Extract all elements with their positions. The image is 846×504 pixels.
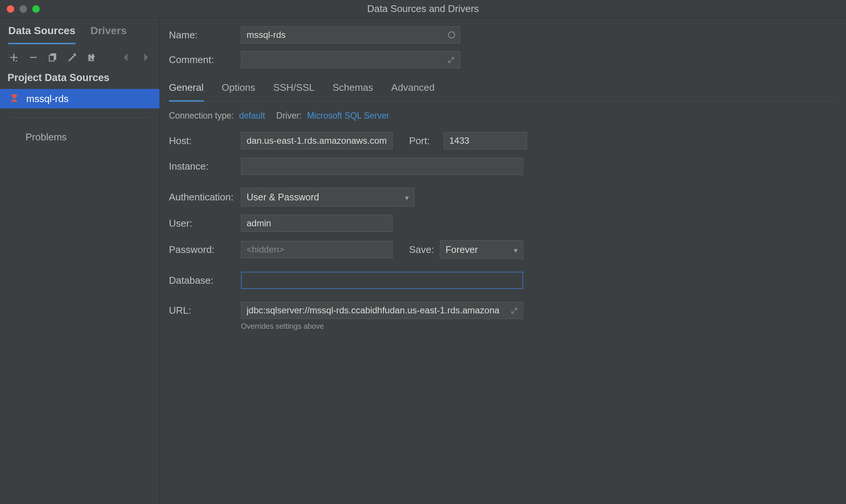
tab-data-sources[interactable]: Data Sources bbox=[8, 25, 75, 44]
database-input[interactable] bbox=[241, 272, 523, 289]
connection-type-label: Connection type: bbox=[169, 111, 234, 120]
svg-rect-1 bbox=[49, 56, 54, 61]
connection-meta: Connection type: default Driver: Microso… bbox=[169, 102, 837, 132]
section-header-project-data-sources: Project Data Sources bbox=[0, 67, 160, 89]
port-label: Port: bbox=[409, 135, 439, 147]
expand-icon[interactable] bbox=[447, 56, 456, 64]
color-picker-icon[interactable] bbox=[447, 31, 456, 39]
authentication-label: Authentication: bbox=[169, 191, 241, 203]
config-tabs: General Options SSH/SSL Schemas Advanced bbox=[169, 78, 837, 102]
sidebar-toolbar bbox=[0, 44, 160, 67]
expand-icon[interactable] bbox=[510, 306, 519, 314]
name-label: Name: bbox=[169, 29, 241, 41]
remove-button[interactable] bbox=[28, 52, 39, 63]
close-window-button[interactable] bbox=[7, 5, 14, 13]
authentication-select[interactable]: User & Password bbox=[241, 188, 414, 206]
make-global-button[interactable] bbox=[86, 52, 98, 63]
problems-label: Problems bbox=[26, 131, 67, 143]
window-controls bbox=[7, 5, 40, 13]
duplicate-button[interactable] bbox=[47, 52, 59, 63]
forward-button[interactable] bbox=[140, 52, 151, 63]
user-input[interactable] bbox=[241, 215, 393, 232]
save-label: Save: bbox=[409, 244, 435, 256]
save-select[interactable]: Forever bbox=[440, 240, 523, 259]
dialog-window: Data Sources and Drivers Data Sources Dr… bbox=[0, 0, 846, 504]
chevron-down-icon bbox=[405, 192, 409, 203]
host-input[interactable] bbox=[241, 132, 393, 149]
comment-input[interactable] bbox=[241, 51, 460, 68]
driver-link[interactable]: Microsoft SQL Server bbox=[307, 111, 389, 120]
data-source-item-label: mssql-rds bbox=[26, 93, 69, 105]
sidebar-item-problems[interactable]: Problems bbox=[0, 127, 160, 147]
tab-schemas[interactable]: Schemas bbox=[333, 78, 373, 102]
titlebar: Data Sources and Drivers bbox=[0, 0, 846, 18]
driver-label: Driver: bbox=[276, 111, 302, 120]
name-input[interactable] bbox=[241, 26, 460, 44]
url-label: URL: bbox=[169, 305, 241, 316]
password-label: Password: bbox=[169, 244, 241, 256]
minimize-window-button[interactable] bbox=[20, 5, 27, 13]
back-button[interactable] bbox=[120, 52, 132, 63]
main-panel: Name: Comment: General bbox=[160, 18, 846, 504]
window-title: Data Sources and Drivers bbox=[367, 3, 479, 15]
tab-drivers[interactable]: Drivers bbox=[90, 25, 127, 44]
connection-type-link[interactable]: default bbox=[239, 111, 265, 120]
dialog-body: Data Sources Drivers bbox=[0, 18, 846, 504]
tab-general[interactable]: General bbox=[169, 78, 204, 102]
url-hint: Overrides settings above bbox=[241, 322, 837, 331]
authentication-value: User & Password bbox=[247, 192, 319, 203]
add-button[interactable] bbox=[8, 52, 20, 63]
zoom-window-button[interactable] bbox=[32, 5, 40, 13]
user-label: User: bbox=[169, 218, 241, 229]
password-input[interactable] bbox=[241, 241, 393, 258]
url-input[interactable] bbox=[241, 302, 523, 319]
settings-button[interactable] bbox=[67, 52, 78, 63]
comment-label: Comment: bbox=[169, 54, 241, 66]
host-label: Host: bbox=[169, 135, 241, 147]
tab-advanced[interactable]: Advanced bbox=[391, 78, 435, 102]
sqlserver-icon bbox=[9, 93, 20, 104]
sidebar-separator bbox=[8, 117, 151, 118]
save-value: Forever bbox=[446, 244, 478, 255]
data-source-item[interactable]: mssql-rds bbox=[0, 89, 160, 108]
sidebar-tabs: Data Sources Drivers bbox=[0, 18, 160, 44]
instance-input[interactable] bbox=[241, 158, 523, 175]
tab-ssh-ssl[interactable]: SSH/SSL bbox=[273, 78, 315, 102]
sidebar: Data Sources Drivers bbox=[0, 18, 160, 504]
database-label: Database: bbox=[169, 275, 241, 286]
instance-label: Instance: bbox=[169, 161, 241, 172]
svg-point-2 bbox=[449, 32, 455, 38]
tab-options[interactable]: Options bbox=[222, 78, 256, 102]
chevron-down-icon bbox=[514, 244, 518, 255]
port-input[interactable] bbox=[444, 132, 527, 149]
